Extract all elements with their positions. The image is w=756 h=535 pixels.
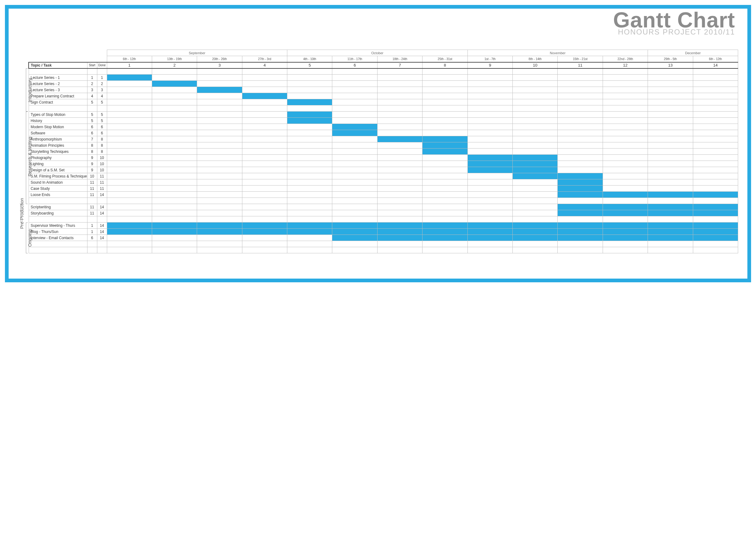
gantt-cell [287, 167, 332, 173]
gantt-cell [197, 118, 242, 124]
gantt-cell [152, 99, 197, 105]
gantt-cell [332, 210, 377, 216]
gantt-bar [513, 235, 558, 241]
gantt-cell [242, 112, 287, 118]
gantt-bar [603, 235, 648, 241]
start-week: 6 [87, 124, 97, 130]
task-name: Lecture Series - 2 [29, 81, 87, 87]
gantt-cell [603, 173, 648, 179]
gantt-cell [377, 93, 422, 99]
gantt-cell [468, 179, 512, 185]
gantt-cell [603, 93, 648, 99]
gantt-cell [377, 81, 422, 87]
gantt-cell [603, 167, 648, 173]
gantt-bar [422, 142, 468, 149]
gantt-cell [603, 185, 648, 192]
gantt-cell [422, 192, 468, 198]
task-name: Loose Ends [29, 192, 87, 198]
gantt-cell [332, 161, 377, 167]
gantt-cell [107, 118, 152, 124]
gantt-cell [242, 173, 287, 179]
gantt-cell [693, 161, 738, 167]
done-week: 14 [97, 192, 107, 198]
gantt-cell [332, 142, 377, 149]
gantt-cell [107, 93, 152, 99]
gantt-bar [693, 235, 738, 241]
gantt-cell [197, 173, 242, 179]
title-block: Gantt Chart HONOURS PROJECT 2010/11 [613, 11, 735, 35]
gantt-cell [152, 210, 197, 216]
gantt-bar [197, 87, 242, 93]
gantt-bar [242, 222, 287, 229]
spacer [29, 247, 87, 253]
gantt-bar [513, 222, 558, 229]
week-number: 1 [107, 62, 152, 69]
gantt-cell [152, 161, 197, 167]
gantt-cell [197, 204, 242, 210]
gantt-cell [197, 155, 242, 161]
gantt-cell [107, 149, 152, 155]
gantt-bar [287, 222, 332, 229]
gantt-cell [287, 155, 332, 161]
gantt-cell [513, 179, 558, 185]
start-week: 9 [87, 167, 97, 173]
gantt-bar [468, 155, 512, 161]
gantt-cell [152, 130, 197, 136]
start-week: 9 [87, 161, 97, 167]
month-header: September [107, 50, 287, 56]
gantt-cell [513, 124, 558, 130]
gantt-bar [513, 161, 558, 167]
gantt-cell [422, 155, 468, 161]
gantt-cell [107, 210, 152, 216]
start-week: 8 [87, 142, 97, 149]
task-name: Types of Stop Motion [29, 112, 87, 118]
gantt-bar [648, 222, 693, 229]
gantt-cell [197, 179, 242, 185]
section-label: Pre-Production [19, 195, 24, 232]
start-week: 11 [87, 210, 97, 216]
gantt-cell [107, 87, 152, 93]
gantt-bar [422, 229, 468, 235]
gantt-cell [242, 130, 287, 136]
start-week: 9 [87, 155, 97, 161]
gantt-cell [648, 173, 693, 179]
gantt-cell [422, 112, 468, 118]
gantt-cell [468, 112, 512, 118]
gantt-cell [152, 149, 197, 155]
gantt-bar [107, 229, 152, 235]
gantt-bar [197, 222, 242, 229]
gantt-cell [197, 136, 242, 142]
gantt-cell [197, 112, 242, 118]
gantt-cell [648, 167, 693, 173]
chart-subtitle: HONOURS PROJECT 2010/11 [613, 29, 735, 35]
spacer [29, 198, 87, 204]
gantt-cell [242, 210, 287, 216]
task-name: Storyboarding [29, 210, 87, 216]
week-dates: 4th - 10th [287, 56, 332, 62]
gantt-cell [242, 81, 287, 87]
gantt-cell [513, 99, 558, 105]
done-week: 5 [97, 99, 107, 105]
task-name: Sound In Animation [29, 179, 87, 185]
gantt-cell [603, 136, 648, 142]
section-label: Introductory [27, 71, 32, 108]
gantt-bar [558, 179, 603, 185]
gantt-cell [558, 118, 603, 124]
gantt-bar [693, 210, 738, 216]
gantt-bar [287, 99, 332, 105]
gantt-bar [558, 204, 603, 210]
gantt-cell [107, 136, 152, 142]
gantt-cell [468, 118, 512, 124]
gantt-cell [693, 93, 738, 99]
gantt-cell [603, 149, 648, 155]
gantt-cell [558, 124, 603, 130]
gantt-cell [603, 130, 648, 136]
gantt-cell [242, 142, 287, 149]
gantt-cell [377, 185, 422, 192]
gantt-cell [648, 136, 693, 142]
gantt-cell [693, 185, 738, 192]
gantt-cell [693, 167, 738, 173]
gantt-cell [197, 93, 242, 99]
gantt-cell [242, 136, 287, 142]
gantt-cell [648, 161, 693, 167]
